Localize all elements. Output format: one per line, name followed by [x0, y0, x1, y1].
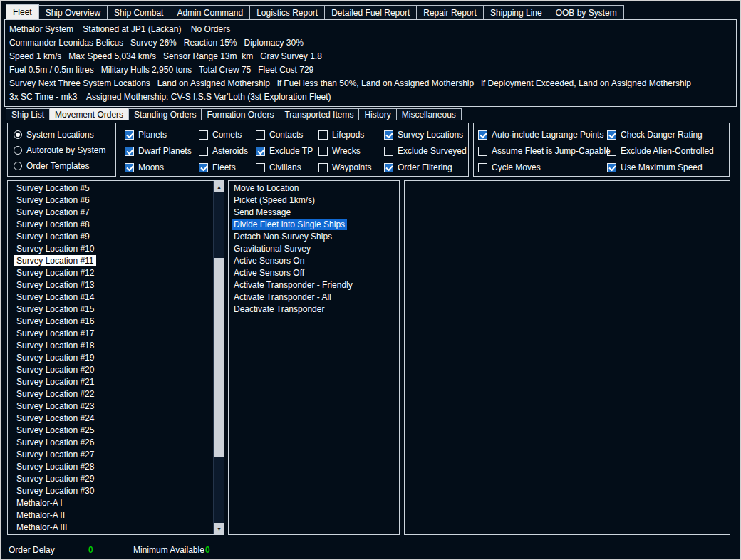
checkbox-fleets[interactable]: Fleets	[199, 160, 256, 176]
location-item[interactable]: Survey Location #26	[8, 437, 224, 450]
location-item[interactable]: Methalor-A III	[8, 522, 224, 534]
action-item[interactable]: Divide Fleet into Single Ships	[229, 219, 399, 232]
location-item[interactable]: Survey Location #12	[8, 268, 224, 280]
checkbox-use-maximum-speed[interactable]: Use Maximum Speed	[607, 160, 714, 176]
location-item[interactable]: Survey Location #24	[8, 413, 224, 425]
location-item[interactable]: Survey Location #22	[8, 389, 224, 401]
locations-scrollbar[interactable]: ▲ ▼	[213, 181, 224, 534]
tab-logistics-report[interactable]: Logistics Report	[249, 5, 325, 19]
radio-autoroute-by-system[interactable]: Autoroute by System	[14, 142, 115, 158]
location-item[interactable]: Survey Location #20	[8, 365, 224, 377]
checkbox-check-danger-rating[interactable]: Check Danger Rating	[607, 127, 714, 143]
location-item[interactable]: Survey Location #16	[8, 316, 224, 328]
location-item[interactable]: Methalor-A II	[8, 510, 224, 522]
tab-shipping-line[interactable]: Shipping Line	[483, 5, 549, 19]
tab-transported-items[interactable]: Transported Items	[279, 108, 359, 120]
location-item[interactable]: Survey Location #28	[8, 462, 224, 474]
scroll-thumb[interactable]	[214, 258, 224, 457]
action-item-label: Activate Transponder - Friendly	[232, 279, 355, 291]
location-item[interactable]: Survey Location #30	[8, 486, 224, 498]
checkbox-label: Comets	[212, 130, 242, 140]
tab-detailed-fuel-report[interactable]: Detailed Fuel Report	[324, 5, 417, 19]
location-item[interactable]: Survey Location #14	[8, 292, 224, 304]
checkbox-checked-icon	[607, 163, 616, 172]
tab-standing-orders[interactable]: Standing Orders	[128, 108, 202, 120]
checkbox-wrecks[interactable]: Wrecks	[318, 143, 384, 160]
filter-column-minor: CometsAsteroidsFleets	[199, 127, 256, 176]
tab-movement-orders[interactable]: Movement Orders	[49, 108, 129, 120]
checkbox-assume-fleet-is-jump-capable[interactable]: Assume Fleet is Jump-Capable	[478, 143, 607, 160]
checkbox-auto-include-lagrange-points[interactable]: Auto-include Lagrange Points	[478, 127, 607, 143]
checkbox-unchecked-icon	[256, 163, 265, 172]
action-item[interactable]: Active Sensors Off	[229, 268, 399, 280]
action-item[interactable]: Deactivate Transponder	[229, 304, 399, 316]
tab-ship-list[interactable]: Ship List	[6, 108, 50, 120]
action-item[interactable]: Activate Transponder - All	[229, 292, 399, 304]
location-item-label: Survey Location #19	[14, 352, 96, 363]
action-item[interactable]: Picket (Speed 1km/s)	[229, 195, 399, 207]
action-item[interactable]: Gravitational Survey	[229, 244, 399, 256]
checkbox-lifepods[interactable]: Lifepods	[318, 127, 384, 143]
checkbox-exclude-surveyed[interactable]: Exclude Surveyed	[384, 143, 467, 160]
location-item[interactable]: Survey Location #8	[8, 219, 224, 232]
location-item[interactable]: Survey Location #17	[8, 328, 224, 341]
checkbox-planets[interactable]: Planets	[125, 127, 199, 143]
tab-ship-overview[interactable]: Ship Overview	[38, 5, 108, 19]
action-item[interactable]: Activate Transponder - Friendly	[229, 280, 399, 292]
tab-miscellaneous[interactable]: Miscellaneous	[396, 108, 462, 120]
location-item[interactable]: Survey Location #29	[8, 474, 224, 486]
move-actions-items: Move to LocationPicket (Speed 1km/s)Send…	[229, 181, 399, 316]
action-item-label: Active Sensors Off	[232, 267, 306, 279]
location-item[interactable]: Survey Location #6	[8, 195, 224, 207]
location-item[interactable]: Survey Location #7	[8, 207, 224, 219]
checkbox-asteroids[interactable]: Asteroids	[199, 143, 256, 160]
checkbox-exclude-alien-controlled[interactable]: Exclude Alien-Controlled	[607, 143, 714, 160]
checkbox-checked-icon	[125, 163, 134, 172]
radio-system-locations[interactable]: System Locations	[14, 127, 115, 142]
action-item[interactable]: Send Message	[229, 207, 399, 219]
checkbox-civilians[interactable]: Civilians	[256, 160, 318, 176]
checkbox-waypoints[interactable]: Waypoints	[318, 160, 384, 176]
tab-history[interactable]: History	[358, 108, 396, 120]
scroll-down-button[interactable]: ▼	[214, 523, 224, 534]
action-item[interactable]: Move to Location	[229, 183, 399, 195]
location-item-label: Survey Location #20	[14, 364, 96, 375]
location-item[interactable]: Survey Location #15	[8, 304, 224, 316]
location-item[interactable]: Survey Location #18	[8, 341, 224, 353]
location-item[interactable]: Survey Location #5	[8, 183, 224, 195]
tab-admin-command[interactable]: Admin Command	[170, 5, 250, 19]
scroll-up-button[interactable]: ▲	[214, 181, 224, 192]
checkbox-survey-locations[interactable]: Survey Locations	[384, 127, 467, 143]
location-item-label: Survey Location #11	[14, 255, 96, 266]
checkbox-moons[interactable]: Moons	[125, 160, 199, 176]
tab-formation-orders[interactable]: Formation Orders	[201, 108, 279, 120]
location-item[interactable]: Survey Location #27	[8, 450, 224, 462]
checkbox-exclude-tp[interactable]: Exclude TP	[256, 143, 318, 160]
checkbox-order-filtering[interactable]: Order Filtering	[384, 160, 467, 176]
checkbox-label: Exclude Surveyed	[398, 147, 467, 156]
checkbox-comets[interactable]: Comets	[199, 127, 256, 143]
tab-fleet[interactable]: Fleet	[6, 4, 39, 19]
checkbox-label: Waypoints	[332, 163, 372, 172]
checkbox-contacts[interactable]: Contacts	[256, 127, 318, 143]
location-item[interactable]: Survey Location #10	[8, 244, 224, 256]
location-item[interactable]: Survey Location #13	[8, 280, 224, 292]
location-item[interactable]: Survey Location #25	[8, 425, 224, 437]
location-item-label: Survey Location #6	[14, 195, 92, 206]
location-item-label: Survey Location #29	[14, 473, 96, 484]
action-item[interactable]: Detach Non-Survey Ships	[229, 232, 399, 244]
location-item[interactable]: Survey Location #19	[8, 353, 224, 365]
radio-order-templates[interactable]: Order Templates	[14, 158, 115, 174]
fleet-info-standing-orders-line: Survey Next Three System Locations Land …	[9, 77, 736, 90]
tab-oob-by-system[interactable]: OOB by System	[549, 5, 624, 19]
location-item[interactable]: Survey Location #9	[8, 232, 224, 244]
location-item[interactable]: Methalor-A I	[8, 498, 224, 510]
tab-ship-combat[interactable]: Ship Combat	[107, 5, 170, 19]
tab-repair-report[interactable]: Repair Report	[416, 5, 484, 19]
location-item[interactable]: Survey Location #21	[8, 377, 224, 389]
location-item[interactable]: Survey Location #11	[8, 256, 224, 268]
location-item[interactable]: Survey Location #23	[8, 401, 224, 413]
checkbox-dwarf-planets[interactable]: Dwarf Planets	[125, 143, 199, 160]
action-item[interactable]: Active Sensors On	[229, 256, 399, 268]
checkbox-cycle-moves[interactable]: Cycle Moves	[478, 160, 607, 176]
